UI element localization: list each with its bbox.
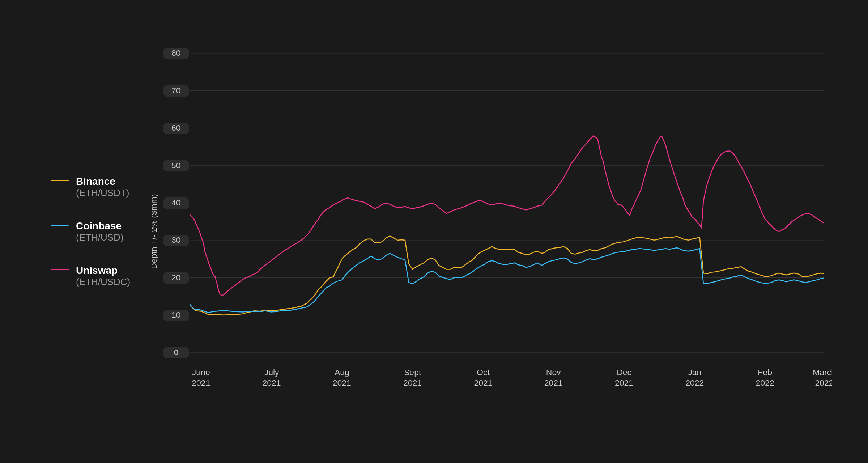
x-year-jan: 2022 [685,378,704,387]
x-label-march: March [813,368,832,377]
legend-item-uniswap: Uniswap (ETH/USDC) [51,265,152,288]
x-year-feb: 2022 [756,378,774,387]
x-label-june: June [192,368,210,377]
x-label-nov: Nov [546,368,561,377]
coinbase-legend-text: Coinbase (ETH/USD) [76,220,123,243]
coinbase-name: Coinbase [76,220,123,232]
uniswap-line [190,136,824,296]
binance-legend-text: Binance (ETH/USDT) [76,176,129,199]
binance-legend-line [51,180,69,181]
legend-item-coinbase: Coinbase (ETH/USD) [51,220,152,243]
y-tick-60: 60 [171,123,181,132]
y-tick-30: 30 [171,235,181,245]
x-year-june: 2021 [192,378,210,387]
x-year-aug: 2021 [333,378,351,387]
x-label-dec: Dec [617,368,631,377]
y-tick-0: 0 [174,348,178,357]
x-year-oct: 2021 [474,378,492,387]
x-label-sept: Sept [404,368,421,377]
binance-name: Binance [76,176,129,187]
uniswap-legend-text: Uniswap (ETH/USDC) [76,265,130,288]
coinbase-pair: (ETH/USD) [76,232,123,243]
uniswap-legend-line [51,269,69,270]
x-label-aug: Aug [335,368,349,377]
x-label-feb: Feb [758,368,772,377]
binance-pair: (ETH/USDT) [76,187,129,199]
uniswap-pair: (ETH/USDC) [76,276,130,288]
x-year-july: 2021 [263,378,281,387]
uniswap-name: Uniswap [76,265,130,276]
y-tick-20: 20 [171,273,181,282]
chart-area: 80 70 60 50 40 30 20 10 0 [152,33,832,430]
y-tick-40: 40 [171,198,181,207]
coinbase-line [190,248,824,313]
x-year-sept: 2021 [403,378,422,387]
y-tick-50: 50 [171,161,181,170]
binance-line [190,236,824,315]
x-year-nov: 2021 [544,378,563,387]
main-chart-svg: 80 70 60 50 40 30 20 10 0 [152,33,832,430]
x-label-july: July [264,368,279,377]
y-axis-label: Depth +/- 2% ($mm) [152,194,158,269]
y-tick-10: 10 [171,310,181,319]
coinbase-legend-line [51,225,69,226]
y-tick-80: 80 [171,48,181,58]
legend-item-binance: Binance (ETH/USDT) [51,176,152,199]
svg-rect-0 [190,50,824,356]
x-year-dec: 2021 [615,378,633,387]
legend: Binance (ETH/USDT) Coinbase (ETH/USD) Un… [36,176,152,288]
x-label-jan: Jan [688,368,701,377]
chart-container: Binance (ETH/USDT) Coinbase (ETH/USD) Un… [36,33,832,430]
x-year-march: 2022 [815,378,832,387]
x-label-oct: Oct [477,368,490,377]
y-tick-70: 70 [171,86,181,95]
